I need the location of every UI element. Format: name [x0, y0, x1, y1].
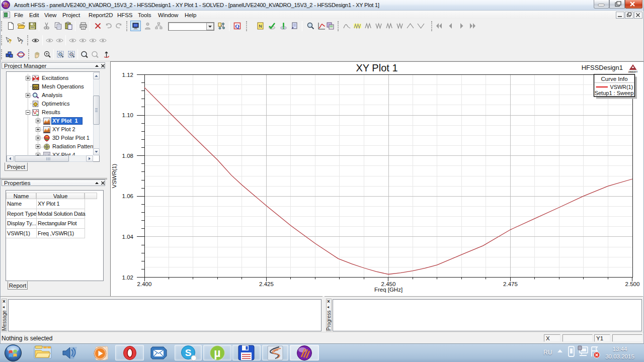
svg-text:1.02: 1.02	[122, 275, 133, 281]
svg-text:2.400: 2.400	[137, 281, 152, 287]
svg-text:222: 222	[33, 85, 39, 89]
svg-text:2.425: 2.425	[259, 281, 274, 287]
svg-text:1.10: 1.10	[122, 112, 133, 118]
svg-text:2.500: 2.500	[625, 281, 640, 287]
svg-text:VSWR(1): VSWR(1)	[111, 164, 117, 189]
svg-text:Freq [GHz]: Freq [GHz]	[374, 287, 403, 293]
svg-text:1.08: 1.08	[122, 153, 133, 159]
svg-text:2.475: 2.475	[503, 281, 518, 287]
svg-text:Curve Info: Curve Info	[601, 76, 627, 82]
svg-text:XY Plot 1: XY Plot 1	[356, 62, 397, 73]
svg-text:2.450: 2.450	[381, 281, 396, 287]
svg-text:VSWR(1): VSWR(1)	[610, 84, 633, 90]
svg-text:µ: µ	[214, 346, 220, 359]
svg-text:Setup1 : Sweep: Setup1 : Sweep	[595, 90, 634, 96]
svg-text:ANSOFT: ANSOFT	[628, 71, 638, 73]
svg-text:1.06: 1.06	[122, 193, 133, 199]
svg-text:1.04: 1.04	[122, 234, 134, 240]
svg-text:S: S	[185, 347, 192, 358]
svg-text:1.12: 1.12	[122, 72, 133, 78]
svg-text:HFSSDesign1: HFSSDesign1	[582, 64, 623, 71]
